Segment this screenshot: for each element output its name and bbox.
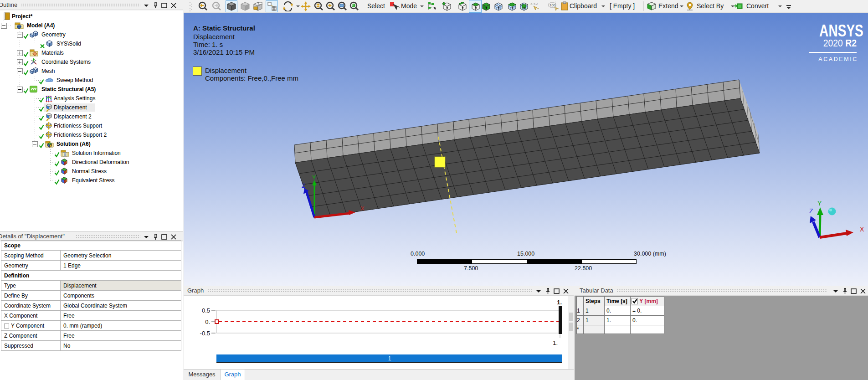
svg-text:-0.5: -0.5 xyxy=(200,330,210,337)
svg-text:X: X xyxy=(860,226,864,233)
svg-text:Z: Z xyxy=(302,182,305,189)
svg-text:1.: 1. xyxy=(557,299,562,306)
svg-text:X.Y.Z: X.Y.Z xyxy=(530,2,538,5)
svg-text:Z: Z xyxy=(809,207,813,215)
svg-text:Y: Y xyxy=(312,174,316,181)
svg-text:Y: Y xyxy=(817,200,822,207)
svg-text:1: 1 xyxy=(388,355,391,362)
svg-text:0.: 0. xyxy=(205,318,210,325)
svg-text:X: X xyxy=(360,205,365,212)
svg-text:0.5: 0.5 xyxy=(202,307,210,314)
svg-text:1.: 1. xyxy=(553,339,558,346)
